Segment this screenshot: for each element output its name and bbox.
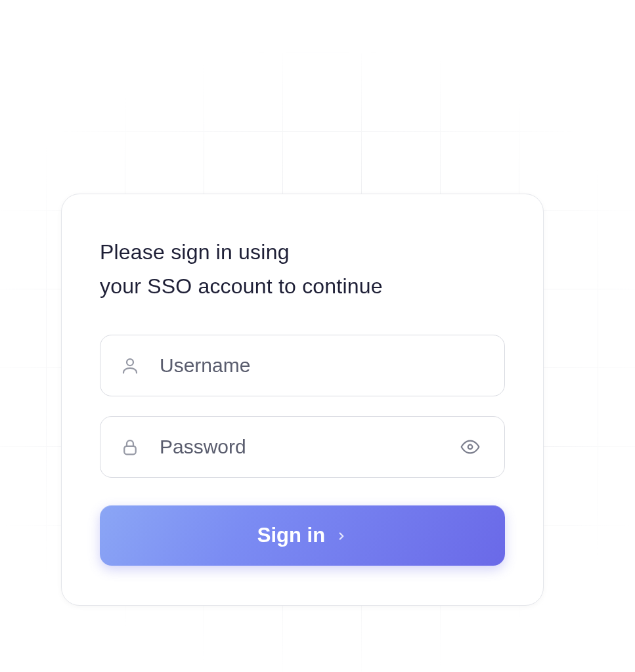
- svg-rect-1: [124, 446, 136, 455]
- heading-line-2: your SSO account to continue: [100, 274, 383, 298]
- chevron-right-icon: [336, 524, 347, 547]
- lock-icon: [120, 437, 146, 457]
- eye-icon: [460, 436, 481, 457]
- sign-in-button-label: Sign in: [257, 524, 325, 547]
- username-input[interactable]: [160, 354, 485, 377]
- heading-line-1: Please sign in using: [100, 240, 290, 264]
- login-heading: Please sign in using your SSO account to…: [100, 235, 505, 303]
- username-field-wrapper[interactable]: [100, 335, 505, 396]
- toggle-password-visibility[interactable]: [456, 436, 485, 457]
- password-field-wrapper[interactable]: [100, 416, 505, 478]
- login-card: Please sign in using your SSO account to…: [61, 194, 544, 606]
- password-input[interactable]: [160, 436, 456, 458]
- svg-point-2: [468, 445, 473, 450]
- svg-point-0: [127, 359, 133, 366]
- user-icon: [120, 356, 146, 375]
- sign-in-button[interactable]: Sign in: [100, 505, 505, 566]
